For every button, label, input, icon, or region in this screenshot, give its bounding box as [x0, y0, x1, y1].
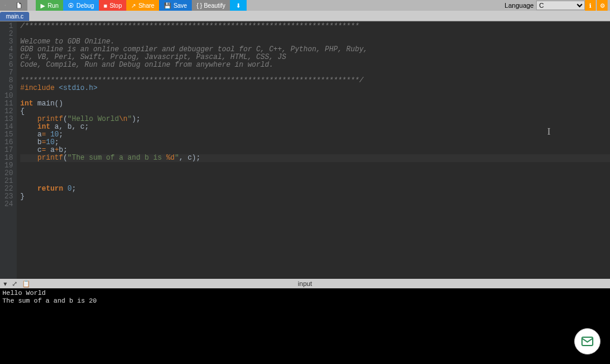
code-line[interactable]: ****************************************…: [20, 77, 610, 85]
code-line[interactable]: a= 10;: [20, 131, 610, 139]
collapse-console-button[interactable]: ▾: [4, 280, 7, 288]
code-line[interactable]: [20, 92, 610, 100]
save-icon: 💾: [164, 2, 171, 9]
code-line[interactable]: [20, 201, 610, 209]
share-label: Share: [138, 2, 154, 9]
debug-icon: ⦿: [68, 2, 74, 9]
debug-button[interactable]: ⦿ Debug: [63, 0, 98, 11]
beautify-label: { } Beautify: [197, 2, 225, 9]
gear-icon: ⚙: [600, 2, 605, 9]
chat-support-button[interactable]: [574, 328, 600, 354]
code-line[interactable]: #include <stdio.h>: [20, 85, 610, 92]
console-controls: ▾ ⤢ 📋: [0, 280, 34, 288]
code-line[interactable]: Code, Compile, Run and Debug online from…: [20, 61, 610, 69]
code-line[interactable]: int main(): [20, 100, 610, 108]
mail-icon: [580, 334, 595, 349]
code-line[interactable]: [20, 178, 610, 185]
toggle-sidebar-button[interactable]: [0, 0, 11, 11]
file-tab-main[interactable]: main.c: [0, 12, 29, 21]
console-tab-input[interactable]: input: [298, 280, 312, 287]
tab-bar: main.c: [0, 11, 610, 21]
code-line[interactable]: [20, 162, 610, 170]
new-file-button[interactable]: [11, 0, 27, 11]
share-button[interactable]: ↗ Share: [126, 0, 159, 11]
code-line[interactable]: b=10;: [20, 139, 610, 147]
expand-console-button[interactable]: ⤢: [12, 280, 17, 288]
toolbar-spacer: [27, 0, 36, 11]
share-icon: ↗: [131, 2, 136, 9]
main-toolbar: ▶ Run ⦿ Debug ■ Stop ↗ Share 💾 Save { } …: [0, 0, 610, 11]
chevron-right-icon: [5, 2, 6, 8]
stop-icon: ■: [104, 2, 107, 9]
language-select[interactable]: C: [536, 1, 585, 10]
save-button[interactable]: 💾 Save: [159, 0, 192, 11]
language-label: Language: [505, 2, 534, 9]
settings-button[interactable]: ⚙: [597, 0, 608, 11]
info-button[interactable]: ℹ: [585, 0, 596, 11]
code-line[interactable]: printf("Hello World\n");: [20, 116, 610, 123]
line-number-gutter: 123456789101112131415161718192021222324: [0, 21, 17, 279]
text-cursor-icon: I: [547, 127, 550, 135]
download-button[interactable]: ⬇: [230, 0, 247, 11]
run-button[interactable]: ▶ Run: [36, 0, 63, 11]
bottom-toolbar: ▾ ⤢ 📋 input: [0, 279, 610, 288]
code-editor[interactable]: 123456789101112131415161718192021222324 …: [0, 21, 610, 279]
code-area[interactable]: /***************************************…: [17, 21, 610, 279]
debug-label: Debug: [76, 2, 94, 9]
run-label: Run: [48, 2, 58, 9]
toolbar-left: ▶ Run ⦿ Debug ■ Stop ↗ Share 💾 Save { } …: [0, 0, 247, 11]
code-line[interactable]: [20, 170, 610, 178]
line-number: 24: [2, 201, 13, 209]
toolbar-right: Language C ℹ ⚙: [505, 0, 610, 11]
file-icon: [16, 2, 22, 8]
stop-label: Stop: [110, 2, 122, 9]
download-icon: ⬇: [236, 2, 241, 9]
code-line[interactable]: /***************************************…: [20, 23, 610, 30]
info-icon: ℹ: [589, 2, 592, 9]
stop-button[interactable]: ■ Stop: [99, 0, 127, 11]
code-line[interactable]: return 0;: [20, 185, 610, 193]
beautify-button[interactable]: { } Beautify: [192, 0, 230, 11]
copy-console-button[interactable]: 📋: [22, 280, 30, 288]
play-icon: ▶: [41, 2, 45, 9]
code-line[interactable]: printf("The sum of a and b is %d", c);: [20, 154, 610, 162]
code-line[interactable]: }: [20, 193, 610, 201]
code-line[interactable]: int a, b, c;: [20, 123, 610, 131]
save-label: Save: [173, 2, 187, 9]
output-console[interactable]: Hello World The sum of a and b is 20: [0, 288, 610, 364]
